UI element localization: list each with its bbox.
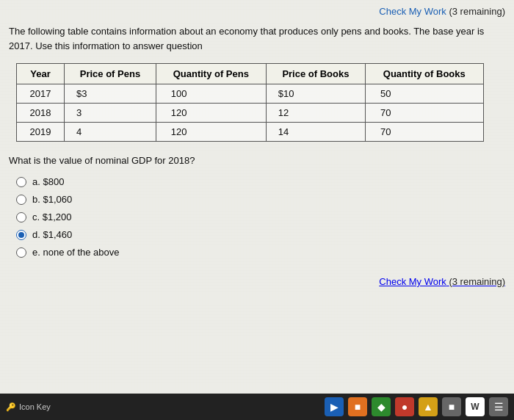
- row3-year: 2019: [17, 123, 65, 142]
- table-row: 2019 4 120 14 70: [17, 123, 484, 142]
- key-icon: 🔑: [6, 402, 16, 412]
- radio-e[interactable]: [16, 247, 26, 258]
- row1-year: 2017: [17, 84, 65, 104]
- row2-qty-pens: 120: [156, 104, 266, 123]
- option-b[interactable]: b. $1,060: [16, 194, 501, 205]
- option-d-label: d. $1,460: [32, 229, 72, 240]
- taskbar-icon-5[interactable]: ▲: [419, 397, 438, 416]
- check-my-work-bottom-text: Check My Work: [379, 276, 446, 287]
- check-my-work-top: Check My Work (3 remaining): [0, 0, 514, 20]
- remaining-bottom-text: (3 remaining): [449, 276, 505, 287]
- row2-year: 2018: [17, 104, 65, 123]
- option-a-label: a. $800: [32, 176, 64, 187]
- radio-b[interactable]: [16, 195, 26, 205]
- row2-price-pens: 3: [65, 104, 156, 123]
- check-my-work-top-text: Check My Work: [379, 6, 446, 17]
- col-qty-books: Quantity of Books: [366, 64, 483, 84]
- taskbar-icon-3[interactable]: ◆: [372, 397, 391, 416]
- taskbar-icon-w[interactable]: W: [466, 397, 485, 416]
- option-c-label: c. $1,200: [32, 211, 72, 222]
- row2-price-books: 12: [266, 104, 365, 123]
- option-d[interactable]: d. $1,460: [16, 229, 501, 240]
- option-e-label: e. none of the above: [32, 247, 120, 258]
- row1-qty-pens: 100: [156, 84, 266, 104]
- taskbar-icon-1[interactable]: ▶: [325, 397, 344, 416]
- radio-d[interactable]: [16, 230, 26, 240]
- col-price-pens: Price of Pens: [65, 64, 156, 84]
- taskbar-icon-2[interactable]: ■: [348, 397, 367, 416]
- table-row: 2018 3 120 12 70: [17, 104, 484, 123]
- taskbar-icon-7[interactable]: ☰: [489, 397, 508, 416]
- radio-c[interactable]: [16, 212, 26, 222]
- option-c[interactable]: c. $1,200: [16, 211, 501, 222]
- row3-price-books: 14: [266, 123, 365, 142]
- option-e[interactable]: e. none of the above: [16, 247, 501, 258]
- content-area: The following table contains information…: [0, 20, 514, 269]
- icon-key-text: Icon Key: [19, 402, 51, 411]
- taskbar-icon-4[interactable]: ●: [395, 397, 414, 416]
- taskbar: 🔑 Icon Key ▶ ■ ◆ ● ▲ ■ W ☰: [0, 394, 514, 420]
- col-qty-pens: Quantity of Pens: [156, 64, 266, 84]
- screen: Check My Work (3 remaining) The followin…: [0, 0, 514, 420]
- check-my-work-top-link[interactable]: Check My Work (3 remaining): [379, 6, 505, 17]
- row1-price-pens: $3: [65, 84, 156, 104]
- options-list: a. $800 b. $1,060 c. $1,200 d. $1,460 e.…: [9, 176, 501, 258]
- col-year: Year: [17, 64, 65, 84]
- intro-text: The following table contains information…: [9, 24, 501, 53]
- data-table: Year Price of Pens Quantity of Pens Pric…: [16, 63, 484, 142]
- table-row: 2017 $3 100 $10 50: [17, 84, 484, 104]
- taskbar-icons: ▶ ■ ◆ ● ▲ ■ W ☰: [325, 397, 508, 416]
- option-a[interactable]: a. $800: [16, 176, 501, 187]
- icon-key-label: 🔑 Icon Key: [6, 402, 51, 412]
- row1-qty-books: 50: [366, 84, 483, 104]
- row3-price-pens: 4: [65, 123, 156, 142]
- remaining-top-text: (3 remaining): [449, 6, 505, 17]
- option-b-label: b. $1,060: [32, 194, 72, 205]
- row1-price-books: $10: [266, 84, 365, 104]
- check-my-work-bottom: Check My Work (3 remaining): [0, 272, 514, 290]
- row3-qty-pens: 120: [156, 123, 266, 142]
- col-price-books: Price of Books: [266, 64, 365, 84]
- taskbar-icon-6[interactable]: ■: [442, 397, 461, 416]
- question-text: What is the value of nominal GDP for 201…: [9, 155, 501, 166]
- check-my-work-bottom-link[interactable]: Check My Work (3 remaining): [379, 276, 505, 287]
- row3-qty-books: 70: [366, 123, 483, 142]
- row2-qty-books: 70: [366, 104, 483, 123]
- table-header-row: Year Price of Pens Quantity of Pens Pric…: [17, 64, 484, 84]
- radio-a[interactable]: [16, 177, 26, 187]
